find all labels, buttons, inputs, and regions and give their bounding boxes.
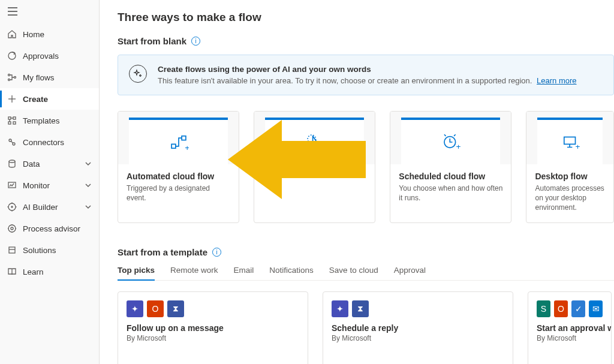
section-label: Start from blank xyxy=(118,36,186,46)
left-nav: Home Approvals My flows Create Templates… xyxy=(0,0,100,364)
nav-label: AI Builder xyxy=(23,203,79,212)
template-icons: ✦ O ⧗ xyxy=(118,292,308,323)
teams-icon: ✦ xyxy=(127,300,143,317)
connectors-icon xyxy=(7,137,17,147)
card-title: Automated cloud flow xyxy=(127,172,230,181)
info-icon[interactable]: i xyxy=(191,37,200,46)
nav-process[interactable]: Process advisor xyxy=(0,218,99,239)
nav-templates[interactable]: Templates xyxy=(0,110,99,131)
template-publisher: By Microsoft xyxy=(537,334,603,342)
page-title: Three ways to make a flow xyxy=(118,11,614,24)
svg-text:+: + xyxy=(575,142,580,151)
chevron-down-icon xyxy=(85,203,92,210)
office-icon: O xyxy=(147,300,164,317)
tab-remote-work[interactable]: Remote work xyxy=(170,266,218,280)
card-automated-cloud-flow[interactable]: + Automated cloud flow Triggered by a de… xyxy=(118,111,239,223)
template-card[interactable]: ✦ O ⧗ Follow up on a message By Microsof… xyxy=(118,291,308,364)
svg-rect-11 xyxy=(8,122,11,124)
start-template-heading: Start from a template i xyxy=(118,247,614,257)
svg-point-26 xyxy=(11,227,13,230)
template-title: Follow up on a message xyxy=(127,323,299,333)
nav-home[interactable]: Home xyxy=(0,23,99,45)
nav-learn[interactable]: Learn xyxy=(0,261,99,282)
svg-point-25 xyxy=(8,225,16,232)
nav-label: Templates xyxy=(23,116,92,125)
start-blank-heading: Start from blank i xyxy=(118,36,614,46)
template-title: Schedule a reply xyxy=(332,323,504,333)
nav-label: Create xyxy=(23,95,92,104)
card-scheduled-cloud-flow[interactable]: + Scheduled cloud flow You choose when a… xyxy=(390,111,511,223)
ai-icon xyxy=(7,202,17,212)
card-subtitle: Triggered by a designated event. xyxy=(127,183,230,203)
card-desktop-flow[interactable]: + Desktop flow Automates processes on yo… xyxy=(526,111,614,223)
nav-label: Home xyxy=(23,30,92,39)
card-subtitle: You choose when and how often it runs. xyxy=(399,183,502,203)
approvals-icon xyxy=(7,51,17,61)
office-icon: O xyxy=(554,300,568,317)
banner-text-span: This feature isn't available in your are… xyxy=(158,76,532,85)
nav-label: Monitor xyxy=(23,181,79,190)
copilot-banner: Create flows using the power of AI and y… xyxy=(118,55,614,95)
banner-title: Create flows using the power of AI and y… xyxy=(158,65,577,74)
tab-approval[interactable]: Approval xyxy=(394,266,426,280)
tab-top-picks[interactable]: Top picks xyxy=(118,266,155,281)
nav-label: My flows xyxy=(23,73,92,82)
template-title: Start an approval when xyxy=(537,323,603,333)
card-illustration: + xyxy=(118,112,239,164)
nav-monitor[interactable]: Monitor xyxy=(0,175,99,196)
card-illustration: + xyxy=(526,112,613,164)
svg-rect-36 xyxy=(564,137,576,145)
nav-approvals[interactable]: Approvals xyxy=(0,45,99,67)
svg-rect-18 xyxy=(8,182,16,188)
chevron-down-icon xyxy=(85,160,92,167)
info-icon[interactable]: i xyxy=(212,248,221,257)
plus-icon xyxy=(7,94,17,104)
card-title: Scheduled cloud flow xyxy=(399,172,502,181)
card-subtitle: Automates processes on your desktop envi… xyxy=(535,183,605,213)
card-illustration: + xyxy=(390,112,511,164)
sharepoint-icon: S xyxy=(537,300,550,317)
hamburger-button[interactable] xyxy=(0,0,99,20)
svg-text:+: + xyxy=(456,142,460,151)
nav-myflows[interactable]: My flows xyxy=(0,67,99,88)
template-cards: ✦ O ⧗ Follow up on a message By Microsof… xyxy=(118,291,614,364)
nav-connectors[interactable]: Connectors xyxy=(0,131,99,153)
svg-point-15 xyxy=(9,139,11,142)
template-icons: ✦ ⧗ xyxy=(323,292,513,323)
nav-aibuilder[interactable]: AI Builder xyxy=(0,196,99,218)
svg-rect-12 xyxy=(13,122,16,124)
timer-icon: ⧗ xyxy=(167,300,184,317)
nav-create[interactable]: Create xyxy=(0,88,99,110)
nav-list: Home Approvals My flows Create Templates… xyxy=(0,20,99,282)
svg-text:+: + xyxy=(185,143,189,152)
svg-point-20 xyxy=(11,206,13,207)
template-card[interactable]: ✦ ⧗ Schedule a reply By Microsoft Instan… xyxy=(323,291,513,364)
nav-data[interactable]: Data xyxy=(0,153,99,175)
card-instant-cloud-flow[interactable]: + xyxy=(254,111,375,223)
nav-label: Approvals xyxy=(23,52,92,61)
tab-save-to-cloud[interactable]: Save to cloud xyxy=(329,266,378,280)
templates-icon xyxy=(7,116,17,125)
process-icon xyxy=(7,224,17,233)
home-icon xyxy=(7,29,17,39)
tab-notifications[interactable]: Notifications xyxy=(269,266,314,280)
nav-solutions[interactable]: Solutions xyxy=(0,239,99,261)
svg-rect-9 xyxy=(8,117,11,119)
blank-flow-cards: + Automated cloud flow Triggered by a de… xyxy=(118,111,614,223)
solutions-icon xyxy=(7,245,17,255)
myflows-icon xyxy=(7,73,17,82)
approvals-icon: ✓ xyxy=(571,300,585,317)
sparkle-icon xyxy=(129,65,147,83)
template-tabs: Top picks Remote work Email Notification… xyxy=(118,266,614,281)
svg-rect-30 xyxy=(182,136,186,140)
template-publisher: By Microsoft xyxy=(127,334,299,342)
tab-email[interactable]: Email xyxy=(234,266,254,280)
learn-more-link[interactable]: Learn more xyxy=(537,76,576,85)
template-card[interactable]: S O ✓ ✉ Start an approval when By Micros… xyxy=(528,291,612,364)
nav-label: Process advisor xyxy=(23,224,92,233)
nav-label: Data xyxy=(23,160,79,169)
nav-label: Learn xyxy=(23,267,92,276)
banner-text: This feature isn't available in your are… xyxy=(158,76,577,85)
timer-icon: ⧗ xyxy=(352,300,369,317)
teams-icon: ✦ xyxy=(332,300,348,317)
